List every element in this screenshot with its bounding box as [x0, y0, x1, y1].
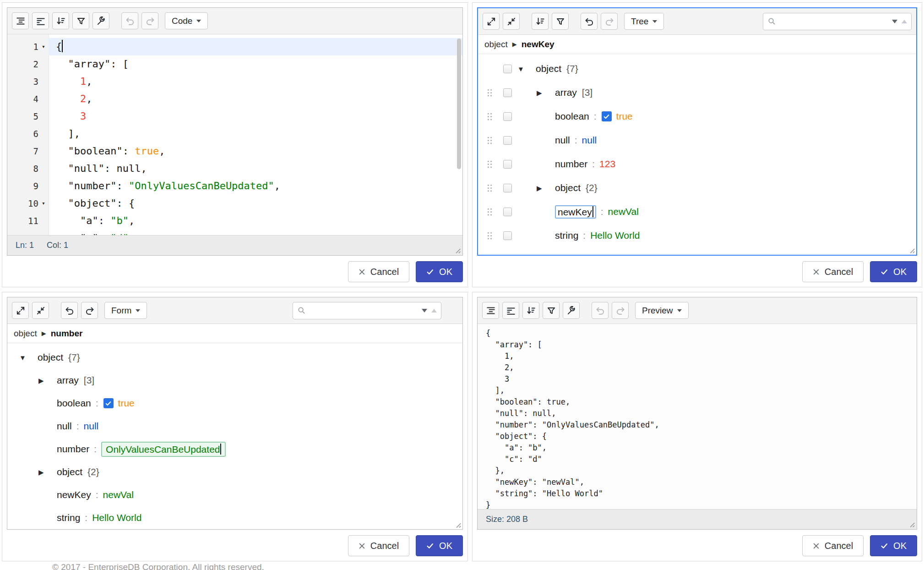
search-previous-icon[interactable]: [431, 309, 437, 312]
context-menu-button[interactable]: [503, 136, 512, 145]
resize-handle[interactable]: [454, 521, 462, 528]
field-value[interactable]: 123: [599, 159, 615, 170]
collapse-triangle-icon[interactable]: ▼: [517, 66, 524, 72]
expand-all-button[interactable]: [483, 13, 500, 30]
search-input[interactable]: [779, 16, 889, 27]
field-name[interactable]: array: [57, 375, 79, 386]
resize-handle[interactable]: [908, 247, 915, 254]
fold-icon[interactable]: ▾: [38, 38, 49, 55]
form-content[interactable]: ▼object{7}▶array[3]boolean:truenull:null…: [7, 343, 462, 529]
field-value[interactable]: true: [616, 111, 633, 122]
field-name[interactable]: string: [57, 512, 80, 523]
scrollbar-thumb[interactable]: [457, 38, 461, 169]
undo-button[interactable]: [581, 13, 598, 30]
mode-select-button[interactable]: Form: [104, 302, 147, 319]
transform-button[interactable]: [543, 302, 560, 319]
field-name[interactable]: null: [57, 421, 72, 432]
sort-button[interactable]: [532, 13, 549, 30]
field-value[interactable]: Hello World: [590, 230, 640, 241]
cancel-button[interactable]: Cancel: [348, 261, 409, 282]
compact-button[interactable]: [502, 302, 519, 319]
mode-select-button[interactable]: Tree: [624, 13, 664, 30]
boolean-checkbox[interactable]: [103, 398, 114, 408]
field-name[interactable]: array: [555, 87, 577, 98]
sort-button[interactable]: [522, 302, 539, 319]
search-next-icon[interactable]: [422, 309, 427, 312]
field-name[interactable]: null: [555, 135, 570, 146]
drag-handle-icon[interactable]: [487, 136, 493, 145]
field-name[interactable]: boolean: [555, 111, 589, 122]
field-value[interactable]: OnlyValuesCanBeUpdated: [101, 442, 226, 457]
resize-handle[interactable]: [454, 247, 461, 254]
field-name[interactable]: number: [555, 159, 587, 170]
transform-button[interactable]: [552, 13, 569, 30]
field-name[interactable]: object: [38, 352, 63, 363]
context-menu-button[interactable]: [503, 208, 512, 216]
resize-handle[interactable]: [908, 521, 915, 528]
drag-handle-icon[interactable]: [487, 112, 493, 121]
drag-handle-icon[interactable]: [487, 183, 493, 193]
field-value[interactable]: true: [118, 398, 135, 409]
collapse-triangle-icon[interactable]: ▼: [19, 354, 26, 361]
context-menu-button[interactable]: [503, 65, 512, 73]
ok-button[interactable]: OK: [870, 535, 917, 556]
collapse-all-button[interactable]: [503, 13, 520, 30]
context-menu-button[interactable]: [503, 112, 512, 121]
context-menu-button[interactable]: [503, 184, 512, 192]
field-name[interactable]: object: [57, 466, 82, 477]
expand-triangle-icon[interactable]: ▶: [38, 377, 44, 384]
expand-triangle-icon[interactable]: ▶: [537, 185, 542, 192]
collapse-all-button[interactable]: [32, 302, 49, 319]
drag-handle-icon[interactable]: [487, 88, 493, 98]
breadcrumb-root[interactable]: object: [14, 329, 37, 339]
breadcrumb-leaf[interactable]: newKey: [522, 39, 554, 49]
mode-select-button[interactable]: Code: [165, 12, 208, 29]
repair-button[interactable]: [563, 302, 580, 319]
sort-button[interactable]: [52, 12, 69, 29]
field-value[interactable]: newVal: [608, 206, 639, 217]
boolean-checkbox[interactable]: [602, 111, 612, 121]
context-menu-button[interactable]: [503, 231, 512, 240]
field-name[interactable]: object: [555, 182, 581, 193]
expand-triangle-icon[interactable]: ▶: [537, 89, 542, 96]
redo-button[interactable]: [81, 302, 98, 319]
format-button[interactable]: [12, 12, 29, 29]
field-name[interactable]: newKey: [57, 489, 91, 500]
search-next-icon[interactable]: [892, 20, 897, 23]
context-menu-button[interactable]: [503, 160, 512, 169]
field-name[interactable]: boolean: [57, 398, 91, 409]
compact-button[interactable]: [32, 12, 49, 29]
breadcrumb-leaf[interactable]: number: [51, 329, 83, 339]
fold-icon[interactable]: ▾: [38, 195, 49, 212]
transform-button[interactable]: [72, 12, 89, 29]
cancel-button[interactable]: Cancel: [348, 535, 409, 556]
code-content[interactable]: 1▾{2 "array": [3 1,4 2,5 36 ],7 "boolean…: [7, 34, 462, 235]
ok-button[interactable]: OK: [416, 261, 463, 282]
field-value[interactable]: Hello World: [92, 512, 141, 523]
mode-select-button[interactable]: Preview: [635, 302, 689, 319]
ok-button[interactable]: OK: [870, 261, 917, 282]
format-button[interactable]: [482, 302, 499, 319]
tree-content[interactable]: ▼object{7}▶array[3]boolean:truenull:null…: [478, 54, 916, 255]
cancel-button[interactable]: Cancel: [802, 261, 864, 282]
repair-button[interactable]: [92, 12, 109, 29]
undo-button[interactable]: [61, 302, 78, 319]
field-value[interactable]: null: [84, 421, 99, 432]
expand-all-button[interactable]: [12, 302, 29, 319]
context-menu-button[interactable]: [503, 88, 512, 97]
field-value[interactable]: newVal: [103, 489, 134, 500]
breadcrumb-root[interactable]: object: [484, 39, 508, 49]
field-name[interactable]: number: [57, 444, 89, 455]
field-name[interactable]: newKey: [555, 205, 596, 219]
drag-handle-icon[interactable]: [487, 231, 493, 241]
search-previous-icon[interactable]: [902, 20, 907, 23]
cancel-button[interactable]: Cancel: [802, 535, 864, 556]
drag-handle-icon[interactable]: [487, 159, 493, 169]
field-value[interactable]: null: [582, 135, 597, 146]
field-name[interactable]: string: [555, 230, 578, 241]
field-name[interactable]: object: [536, 63, 561, 74]
ok-button[interactable]: OK: [416, 535, 463, 556]
expand-triangle-icon[interactable]: ▶: [38, 469, 44, 476]
search-input[interactable]: [309, 305, 419, 316]
drag-handle-icon[interactable]: [487, 207, 493, 217]
